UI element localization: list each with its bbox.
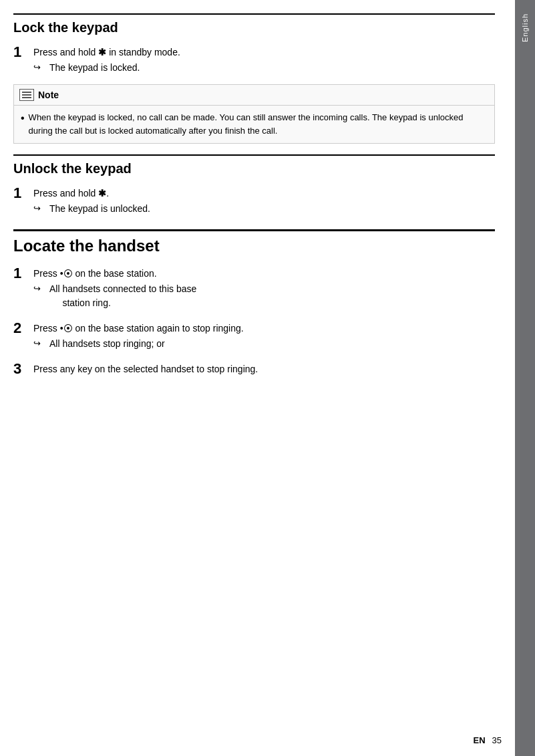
unlock-step-1-content: Press and hold ✱. ↪ The keypad is unlock…	[33, 184, 495, 219]
locate-step-2: 2 Press •⦿ on the base station again to …	[13, 320, 495, 354]
note-line-3	[22, 97, 31, 98]
locate-step-2-content: Press •⦿ on the base station again to st…	[33, 320, 495, 354]
locate-step-number-1: 1	[13, 265, 33, 282]
unlock-step-1-text: Press and hold ✱.	[33, 188, 109, 199]
base-station-symbol: •⦿	[60, 268, 73, 279]
section-divider-2	[13, 154, 495, 156]
note-header: Note	[14, 85, 494, 105]
key-symbol-2: ✱	[98, 188, 106, 199]
unlock-step-1-result: ↪ The keypad is unlocked.	[33, 202, 495, 216]
language-sidebar: English	[515, 0, 535, 756]
locate-step-3: 3 Press any key on the selected handset …	[13, 360, 495, 378]
key-symbol: ✱	[98, 47, 106, 57]
locate-step-number-2: 2	[13, 320, 33, 337]
locate-step-1-result: ↪ All handsets connected to this base st…	[33, 282, 495, 310]
locate-handset-section: Locate the handset 1 Press •⦿ on the bas…	[13, 229, 495, 378]
locate-step-1-content: Press •⦿ on the base station. ↪ All hand…	[33, 265, 495, 313]
locate-step-2-text: Press •⦿ on the base station again to st…	[33, 323, 244, 334]
result-arrow-3: ↪	[33, 282, 47, 295]
unlock-step-1: 1 Press and hold ✱. ↪ The keypad is unlo…	[13, 184, 495, 219]
section-divider-3	[13, 229, 495, 231]
unlock-keypad-section: Unlock the keypad 1 Press and hold ✱. ↪ …	[13, 154, 495, 219]
note-icon	[19, 89, 34, 101]
unlock-step-number-1: 1	[13, 184, 33, 202]
lock-result-text: The keypad is locked.	[49, 61, 140, 75]
footer-language: EN	[473, 735, 485, 745]
locate-result-2-text: All handsets stop ringing; or	[49, 337, 165, 351]
lock-step-1: 1 Press and hold ✱ in standby mode. ↪ Th…	[13, 43, 495, 78]
locate-result-1-text: All handsets connected to this base stat…	[49, 282, 196, 310]
locate-step-1-text: Press •⦿ on the base station.	[33, 268, 157, 279]
step-number-1: 1	[13, 43, 33, 61]
lock-step-1-content: Press and hold ✱ in standby mode. ↪ The …	[33, 43, 495, 78]
bullet-dot: •	[21, 113, 25, 124]
note-lines-icon	[22, 92, 31, 98]
lock-keypad-section: Lock the keypad 1 Press and hold ✱ in st…	[13, 13, 495, 144]
base-station-symbol-2: •⦿	[60, 323, 73, 334]
page-footer: EN 35	[473, 735, 502, 745]
result-arrow-2: ↪	[33, 202, 47, 215]
note-title: Note	[38, 90, 59, 100]
unlock-result-text: The keypad is unlocked.	[49, 202, 150, 216]
unlock-keypad-heading: Unlock the keypad	[13, 161, 495, 176]
locate-step-3-content: Press any key on the selected handset to…	[33, 360, 495, 376]
note-box: Note • When the keypad is locked, no cal…	[13, 84, 495, 144]
note-bullet-item: • When the keypad is locked, no call can…	[21, 111, 488, 138]
lock-keypad-heading: Lock the keypad	[13, 20, 495, 35]
result-arrow: ↪	[33, 61, 47, 74]
locate-step-number-3: 3	[13, 360, 33, 378]
lock-step-1-result: ↪ The keypad is locked.	[33, 61, 495, 75]
note-line-1	[22, 92, 31, 93]
note-content: • When the keypad is locked, no call can…	[14, 105, 494, 143]
footer-page-number: 35	[492, 735, 502, 745]
locate-step-2-result: ↪ All handsets stop ringing; or	[33, 337, 495, 351]
locate-handset-heading: Locate the handset	[13, 237, 495, 255]
language-label: English	[521, 13, 529, 42]
note-line-2	[22, 94, 31, 96]
lock-step-1-text: Press and hold ✱ in standby mode.	[33, 47, 180, 57]
locate-step-3-text: Press any key on the selected handset to…	[33, 364, 258, 374]
section-divider	[13, 13, 495, 15]
note-bullet-text: When the keypad is locked, no call can b…	[29, 111, 488, 138]
locate-step-1: 1 Press •⦿ on the base station. ↪ All ha…	[13, 265, 495, 313]
result-arrow-4: ↪	[33, 337, 47, 350]
